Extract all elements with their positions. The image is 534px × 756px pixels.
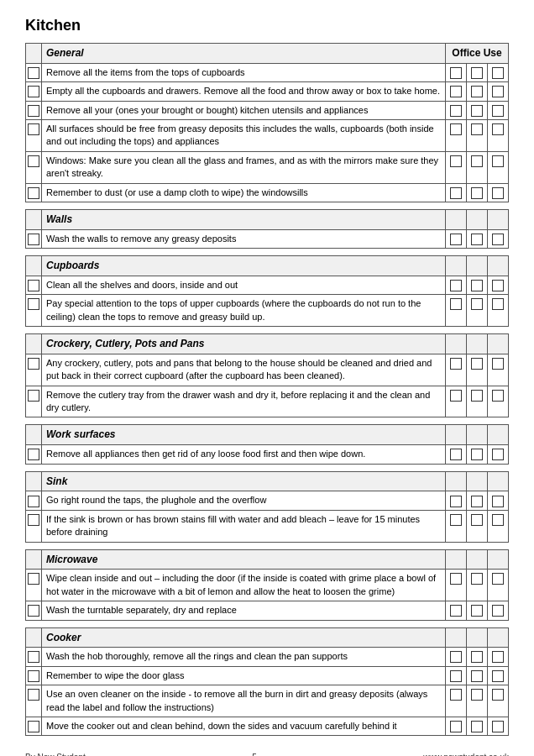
task-checkbox[interactable] (28, 234, 39, 245)
task-checkbox[interactable] (28, 605, 39, 617)
office-checkbox[interactable] (450, 298, 462, 310)
office-checkbox[interactable] (450, 721, 462, 732)
office-checkbox[interactable] (450, 280, 462, 291)
office-checkbox[interactable] (450, 67, 462, 79)
task-text: Pay special attention to the tops of upp… (42, 295, 446, 327)
office-checkbox[interactable] (471, 449, 483, 460)
task-text: Wash the walls to remove any greasy depo… (42, 229, 446, 248)
task-checkbox[interactable] (28, 298, 39, 310)
office-checkbox[interactable] (471, 67, 483, 79)
office-checkbox[interactable] (471, 605, 483, 617)
office-checkbox[interactable] (471, 280, 483, 291)
office-checkbox[interactable] (492, 689, 504, 701)
task-text: Wash the turntable separately, dry and r… (42, 601, 446, 620)
section-table-2: CupboardsClean all the shelves and doors… (25, 255, 509, 327)
office-checkbox[interactable] (450, 105, 462, 117)
task-text: Go right round the taps, the plughole an… (42, 491, 446, 510)
task-checkbox[interactable] (28, 449, 39, 460)
task-text: Remove all appliances then get rid of an… (42, 445, 446, 464)
office-checkbox[interactable] (492, 86, 504, 97)
office-checkbox[interactable] (492, 298, 504, 310)
office-checkbox[interactable] (471, 86, 483, 97)
office-checkbox[interactable] (471, 496, 483, 507)
office-checkbox[interactable] (450, 86, 462, 97)
office-checkbox[interactable] (450, 651, 462, 663)
office-checkbox[interactable] (450, 390, 462, 402)
section-table-7: CookerWash the hob thoroughly, remove al… (25, 627, 509, 737)
task-checkbox[interactable] (28, 721, 39, 732)
office-checkbox[interactable] (471, 573, 483, 585)
office-checkbox[interactable] (450, 123, 462, 135)
footer-center: —5— (243, 753, 265, 756)
office-checkbox[interactable] (492, 514, 504, 526)
office-checkbox[interactable] (450, 187, 462, 199)
office-checkbox[interactable] (492, 155, 504, 167)
office-checkbox[interactable] (492, 123, 504, 135)
table-row: Remove the cutlery tray from the drawer … (26, 386, 509, 417)
office-checkbox[interactable] (492, 573, 504, 585)
task-checkbox[interactable] (28, 573, 39, 585)
office-checkbox[interactable] (492, 187, 504, 199)
table-row: All surfaces should be free from greasy … (26, 119, 509, 151)
section-table-5: SinkGo right round the taps, the plughol… (25, 471, 509, 543)
office-checkbox[interactable] (492, 358, 504, 370)
task-checkbox[interactable] (28, 155, 39, 167)
office-checkbox[interactable] (471, 689, 483, 701)
task-checkbox[interactable] (28, 689, 39, 701)
task-checkbox[interactable] (28, 496, 39, 507)
table-row: Remember to dust (or use a damp cloth to… (26, 183, 509, 202)
table-row: Use an oven cleaner on the inside - to r… (26, 685, 509, 717)
task-checkbox[interactable] (28, 390, 39, 402)
table-row: Any crockery, cutlery, pots and pans tha… (26, 354, 509, 386)
table-row: Windows: Make sure you clean all the gla… (26, 151, 509, 183)
office-checkbox[interactable] (450, 449, 462, 460)
office-checkbox[interactable] (471, 105, 483, 117)
office-checkbox[interactable] (450, 155, 462, 167)
office-checkbox[interactable] (492, 721, 504, 732)
office-checkbox[interactable] (471, 651, 483, 663)
office-checkbox[interactable] (492, 605, 504, 617)
office-checkbox[interactable] (450, 689, 462, 701)
office-checkbox[interactable] (492, 496, 504, 507)
office-checkbox[interactable] (492, 670, 504, 682)
office-checkbox[interactable] (492, 449, 504, 460)
office-checkbox[interactable] (450, 358, 462, 370)
task-checkbox[interactable] (28, 651, 39, 663)
task-checkbox[interactable] (28, 280, 39, 291)
office-checkbox[interactable] (492, 105, 504, 117)
office-checkbox[interactable] (450, 573, 462, 585)
office-checkbox[interactable] (471, 234, 483, 245)
task-checkbox[interactable] (28, 123, 39, 135)
table-row: Empty all the cupboards and drawers. Rem… (26, 82, 509, 101)
task-checkbox[interactable] (28, 86, 39, 97)
office-checkbox[interactable] (471, 358, 483, 370)
task-checkbox[interactable] (28, 67, 39, 79)
office-checkbox[interactable] (492, 67, 504, 79)
office-checkbox[interactable] (471, 390, 483, 402)
office-checkbox[interactable] (471, 187, 483, 199)
office-checkbox[interactable] (492, 234, 504, 245)
office-checkbox[interactable] (450, 605, 462, 617)
task-checkbox[interactable] (28, 514, 39, 526)
office-checkbox[interactable] (492, 390, 504, 402)
office-checkbox[interactable] (471, 123, 483, 135)
office-checkbox[interactable] (471, 298, 483, 310)
office-checkbox[interactable] (471, 155, 483, 167)
task-text: Remove all your (ones your brought or bo… (42, 101, 446, 119)
office-checkbox[interactable] (471, 670, 483, 682)
office-checkbox[interactable] (492, 280, 504, 291)
office-checkbox[interactable] (471, 721, 483, 732)
office-checkbox[interactable] (492, 651, 504, 663)
office-checkbox[interactable] (450, 496, 462, 507)
task-checkbox[interactable] (28, 358, 39, 370)
office-checkbox[interactable] (450, 670, 462, 682)
office-checkbox[interactable] (471, 514, 483, 526)
task-checkbox[interactable] (28, 670, 39, 682)
office-checkbox[interactable] (450, 514, 462, 526)
task-text: Windows: Make sure you clean all the gla… (42, 151, 446, 183)
task-checkbox[interactable] (28, 187, 39, 199)
section-title-0: General (42, 44, 446, 64)
task-text: Wash the hob thoroughly, remove all the … (42, 648, 446, 666)
task-checkbox[interactable] (28, 105, 39, 117)
office-checkbox[interactable] (450, 234, 462, 245)
